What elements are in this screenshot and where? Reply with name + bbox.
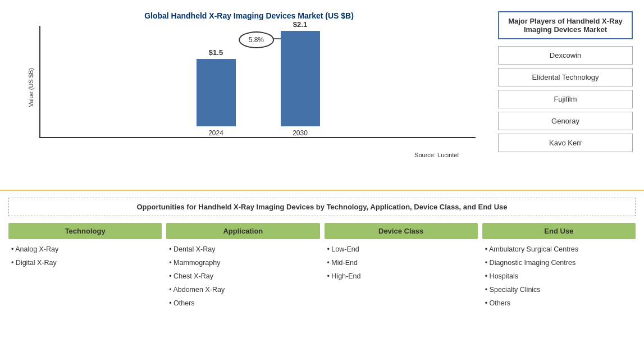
end-items: Ambulatory Surgical Centres Diagnostic I…: [482, 244, 636, 309]
app-item-1: Dental X-Ray: [169, 244, 319, 255]
player-kavo: Kavo Kerr: [498, 134, 633, 152]
bar-2024-value: $1.5: [209, 48, 223, 57]
bars-area: 5.8%: [39, 26, 476, 138]
player-genoray: Genoray: [498, 112, 633, 130]
tech-items: Analog X-Ray Digital X-Ray: [8, 244, 162, 268]
dev-item-3: High-End: [327, 271, 478, 282]
main-container: Global Handheld X-Ray Imaging Devices Ma…: [0, 0, 644, 361]
app-item-5: Others: [169, 298, 319, 309]
bar-2030-label: 2030: [293, 129, 308, 137]
end-item-5: Others: [485, 298, 636, 309]
categories-container: Technology Analog X-Ray Digital X-Ray Ap…: [8, 223, 636, 354]
category-application: Application Dental X-Ray Mammography Che…: [166, 223, 319, 354]
app-header: Application: [166, 223, 319, 239]
tech-item-2: Digital X-Ray: [11, 257, 162, 268]
opportunities-title: Opportunities for Handheld X-Ray Imaging…: [8, 198, 636, 216]
dev-item-2: Mid-End: [327, 257, 478, 268]
player-elidental: Elidental Technology: [498, 68, 633, 86]
chart-title: Global Handheld X-Ray Imaging Devices Ma…: [144, 11, 354, 20]
app-item-3: Chest X-Ray: [169, 271, 319, 282]
app-items: Dental X-Ray Mammography Chest X-Ray Abd…: [166, 244, 319, 309]
chart-area: Global Handheld X-Ray Imaging Devices Ma…: [0, 6, 487, 184]
major-players-title: Major Players of Handheld X-Ray Imaging …: [498, 11, 633, 39]
y-axis-label: Value (US $B): [28, 68, 34, 107]
bar-2024-label: 2024: [208, 129, 223, 137]
bar-2030-value: $2.1: [293, 20, 307, 29]
bottom-section: Opportunities for Handheld X-Ray Imaging…: [0, 191, 644, 361]
end-item-4: Specialty Clinics: [485, 284, 636, 295]
dev-items: Low-End Mid-End High-End: [325, 244, 478, 282]
app-item-4: Abdomen X-Ray: [169, 284, 319, 295]
category-end-use: End Use Ambulatory Surgical Centres Diag…: [482, 223, 636, 354]
source-label: Source: Lucintel: [414, 152, 476, 158]
app-item-2: Mammography: [169, 257, 319, 268]
dev-header: Device Class: [325, 223, 478, 239]
end-item-1: Ambulatory Surgical Centres: [485, 244, 636, 255]
dev-item-1: Low-End: [327, 244, 478, 255]
player-dexcowin: Dexcowin: [498, 46, 633, 65]
category-technology: Technology Analog X-Ray Digital X-Ray: [8, 223, 162, 354]
major-players-panel: Major Players of Handheld X-Ray Imaging …: [487, 6, 644, 184]
top-section: Global Handheld X-Ray Imaging Devices Ma…: [0, 0, 644, 191]
end-item-2: Diagnostic Imaging Centres: [485, 257, 636, 268]
bar-2030-group: $2.1 2030: [281, 20, 320, 137]
category-device-class: Device Class Low-End Mid-End High-End: [325, 223, 478, 354]
player-fujifilm: Fujifilm: [498, 90, 633, 108]
tech-item-1: Analog X-Ray: [11, 244, 162, 255]
cagr-label: 5.8%: [239, 31, 274, 48]
bar-2024-group: $1.5 2024: [197, 48, 236, 137]
bar-2024: [197, 59, 236, 126]
end-item-3: Hospitals: [485, 271, 636, 282]
tech-header: Technology: [8, 223, 162, 239]
bar-2030: [281, 31, 320, 126]
end-header: End Use: [482, 223, 636, 239]
